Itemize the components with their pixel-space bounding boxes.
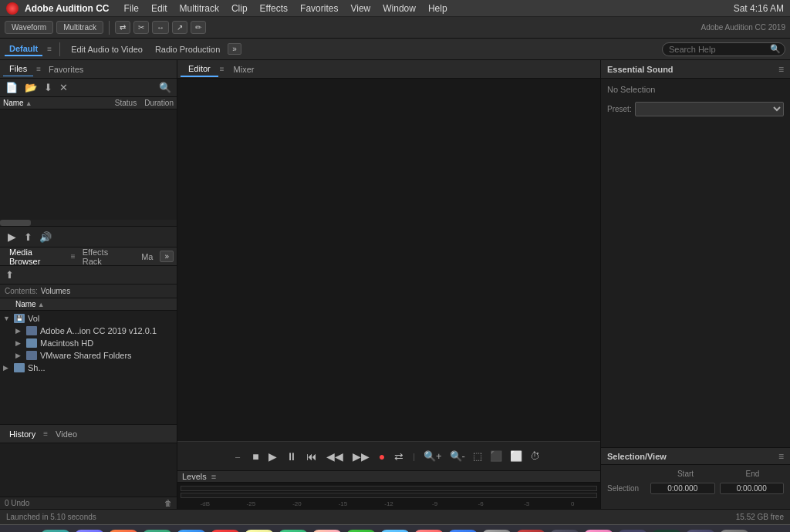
clear-history-button[interactable]: 🗑 <box>164 499 172 507</box>
sel-start-value[interactable]: 0:00.000 <box>650 483 715 494</box>
fade-tool-button[interactable]: ↗ <box>172 21 187 34</box>
files-scrollbar-h[interactable] <box>0 220 177 226</box>
history-menu[interactable]: ≡ <box>43 429 48 438</box>
zoom-fit-button[interactable]: ⬚ <box>471 450 484 463</box>
tree-item-4[interactable]: ▶ Sh... <box>0 362 177 374</box>
delete-file-button[interactable]: ✕ <box>57 81 70 94</box>
import-button[interactable]: ⬇ <box>42 81 55 94</box>
files-tab-menu[interactable]: ≡ <box>36 65 41 73</box>
workspace-default[interactable]: Default <box>5 42 42 56</box>
editor-menu[interactable]: ≡ <box>220 65 225 73</box>
levels-tick-row: -dB -25 -20 -15 -12 -9 -6 -3 0 <box>181 500 597 507</box>
zoom-full-button[interactable]: ⬛ <box>488 450 505 463</box>
files-play-button[interactable]: ▶ <box>5 229 19 244</box>
dock-notes[interactable]: 📝 <box>245 530 274 533</box>
workspace-radio[interactable]: Radio Production <box>150 43 225 56</box>
menu-favorites[interactable]: Favorites <box>295 2 343 15</box>
tab-media-browser[interactable]: Media Browser <box>3 245 70 268</box>
slip-tool-button[interactable]: ↔ <box>152 21 169 34</box>
selection-view-menu[interactable]: ≡ <box>778 451 784 462</box>
tab-effects-rack[interactable]: Effects Rack <box>76 245 134 268</box>
move-tool-button[interactable]: ⇄ <box>115 21 130 34</box>
open-file-button[interactable]: 📂 <box>22 81 39 94</box>
main-layout: Files ≡ Favorites 📄 📂 ⬇ ✕ 🔍 Name ▲ Statu… <box>0 60 790 509</box>
tab-video[interactable]: Video <box>49 427 83 441</box>
workspace-more-button[interactable]: » <box>228 43 241 55</box>
tab-history[interactable]: History <box>3 427 42 441</box>
pause-button[interactable]: ⏸ <box>283 449 300 464</box>
search-input[interactable] <box>662 42 785 56</box>
zoom-time-button[interactable]: ⏱ <box>528 450 542 463</box>
multitrack-button[interactable]: Multitrack <box>56 21 103 34</box>
dock-trash[interactable]: 🗑 <box>720 530 749 533</box>
search-files-button[interactable]: 🔍 <box>157 81 174 94</box>
forward-button[interactable]: ▶▶ <box>349 449 373 464</box>
pen-tool-button[interactable]: ✏ <box>191 21 206 34</box>
sel-end-value[interactable]: 0:00.000 <box>720 483 785 494</box>
media-tabs-more[interactable]: » <box>160 251 174 262</box>
dock-mail[interactable]: ✉ <box>177 530 206 533</box>
dock-safari[interactable]: 🧭 <box>143 530 172 533</box>
menu-help[interactable]: Help <box>423 2 453 15</box>
menu-clip[interactable]: Clip <box>226 2 253 15</box>
dock-audition[interactable]: Au <box>652 530 681 533</box>
media-browser-menu[interactable]: ≡ <box>71 252 76 261</box>
dock-launchpad[interactable]: 🚀 <box>109 530 138 533</box>
files-loop-button[interactable]: ⬆ <box>22 231 35 244</box>
menu-view[interactable]: View <box>345 2 376 15</box>
editor-area: – ■ ▶ ⏸ ⏮ ◀◀ ▶▶ ● ⇄ | 🔍+ 🔍- ⬚ ⬛ ⬜ ⏱ <box>177 79 600 470</box>
dock-calendar[interactable]: 📅 <box>211 530 240 533</box>
dock-messages[interactable]: 💬 <box>380 530 410 533</box>
dock-sketch[interactable]: 💎 <box>584 530 613 533</box>
dock-facetime[interactable]: 📹 <box>346 530 376 533</box>
levels-menu[interactable]: ≡ <box>211 472 216 481</box>
dock-bridge[interactable]: Br <box>618 530 647 533</box>
workspace-edit-audio[interactable]: Edit Audio to Video <box>66 43 147 56</box>
menu-multitrack[interactable]: Multitrack <box>174 2 225 15</box>
waveform-button[interactable]: Waveform <box>5 21 53 34</box>
dock-music[interactable]: 🎵 <box>414 530 444 533</box>
tab-mixer[interactable]: Mixer <box>226 62 262 76</box>
files-toolbar: 📄 📂 ⬇ ✕ 🔍 <box>0 79 177 97</box>
loop-button[interactable]: ⇄ <box>391 449 407 464</box>
files-volume-button[interactable]: 🔊 <box>37 231 54 244</box>
tick-25: -25 <box>228 500 275 507</box>
tab-files[interactable]: Files <box>3 62 33 76</box>
stop-button[interactable]: ■ <box>249 449 262 464</box>
essential-sound-menu[interactable]: ≡ <box>778 64 784 75</box>
dock-finder[interactable]: 🔍 <box>41 530 70 533</box>
dock-char-viewer[interactable]: T <box>550 530 579 533</box>
menu-file[interactable]: File <box>119 2 144 15</box>
tree-item-1[interactable]: ▶ Adobe A...ion CC 2019 v12.0.1 <box>12 325 177 337</box>
play-button[interactable]: ▶ <box>265 449 280 464</box>
dock-folder[interactable]: 📁 <box>686 530 715 533</box>
preset-select[interactable] <box>635 102 784 116</box>
tree-item-3[interactable]: ▶ VMware Shared Folders <box>12 349 177 362</box>
prev-button[interactable]: ⏮ <box>303 449 320 464</box>
media-browse-up[interactable]: ⬆ <box>3 268 16 281</box>
tree-item-2[interactable]: ▶ Macintosh HD <box>12 337 177 349</box>
record-button[interactable]: ● <box>376 449 388 464</box>
levels-header: Levels ≡ <box>177 471 600 483</box>
new-file-button[interactable]: 📄 <box>3 81 20 94</box>
dock-sysprefs[interactable]: ⚙️ <box>482 530 511 533</box>
dock-siri[interactable]: 🔮 <box>75 530 104 533</box>
zoom-out-button[interactable]: 🔍- <box>447 450 468 463</box>
tab-favorites[interactable]: Favorites <box>42 62 89 76</box>
menu-edit[interactable]: Edit <box>146 2 173 15</box>
dock-magnet[interactable]: 🧲 <box>516 530 545 533</box>
dock-photos[interactable]: 🌸 <box>312 530 342 533</box>
tab-editor[interactable]: Editor <box>181 62 218 77</box>
menu-window[interactable]: Window <box>377 2 421 15</box>
tab-markers[interactable]: Ma <box>135 250 159 264</box>
dock-maps[interactable]: 🗺 <box>279 530 308 533</box>
razor-tool-button[interactable]: ✂ <box>133 21 149 34</box>
toolbar-sep-1 <box>109 21 110 35</box>
dock-appstore[interactable]: A <box>448 530 478 533</box>
tree-item-vol[interactable]: ▼ 💾 Vol <box>0 312 177 325</box>
zoom-in-button[interactable]: 🔍+ <box>421 450 444 463</box>
menu-effects[interactable]: Effects <box>255 2 293 15</box>
zoom-sel-button[interactable]: ⬜ <box>508 450 525 463</box>
sel-start-col: Start <box>654 470 717 480</box>
rewind-button[interactable]: ◀◀ <box>323 449 346 464</box>
